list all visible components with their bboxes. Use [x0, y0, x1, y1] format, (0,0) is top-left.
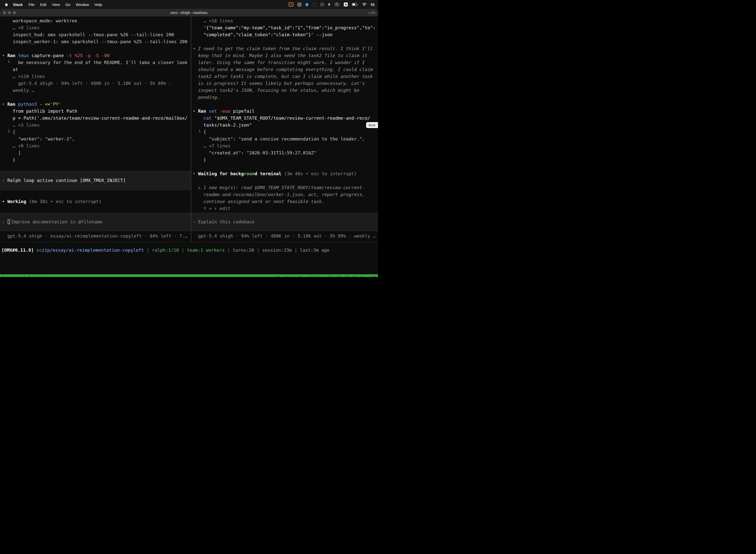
terminal-line: }	[0, 156, 191, 163]
terminal-line	[191, 38, 378, 45]
terminal-line: keep that in mind. Maybe I also need the…	[191, 52, 378, 59]
composer-input-left[interactable]: › Improve documentation in @filename	[0, 213, 191, 231]
terminal-line: later. Using the same for transition mig…	[191, 59, 378, 66]
window-shortcut-badge: ⌥⌘1	[367, 11, 376, 15]
terminal-line: • I need to get the claim token from the…	[191, 45, 378, 52]
terminal-line: ↳ 1 new msg(s): read $OMX_TEAM_STATE_ROO…	[191, 184, 378, 191]
terminal-line: from pathlib import Path	[0, 108, 191, 115]
window-title: omx --xhigh --madmax	[0, 11, 378, 15]
terminal-line: … +3 lines	[0, 122, 191, 128]
terminal-line: • Ran python3 - <<'PY'	[0, 101, 191, 108]
battery-icon[interactable]	[352, 3, 358, 6]
terminal-line: inspect_hud: omx sparkshell --tmux-pane …	[0, 31, 191, 38]
pane-status-line: gpt-5.4 xhigh · 94% left · 488K in · 5.1…	[191, 233, 378, 239]
composer-input-right[interactable]: › Explain this codebase	[191, 213, 378, 231]
figure-eight-icon[interactable]: 8	[328, 3, 330, 6]
terminal-line: '{"team_name":"my-team","task_id":"1","f…	[191, 24, 378, 31]
omx-hud-area: [OMX#0.11.9] cczip/essay/ai-reimplementa…	[0, 247, 378, 274]
terminal-line: task2 after task1 is complete, but can I…	[191, 73, 378, 80]
menu-bar-status-icons: 8 61 A	[289, 2, 376, 6]
apple-menu-icon[interactable]	[4, 2, 9, 7]
terminal-line: tasks/task-2.json"	[191, 122, 378, 128]
ghostty-icon[interactable]	[313, 3, 316, 6]
pane-status-line: gpt-5.4 xhigh · essay/ai-reimplementatio…	[0, 233, 191, 239]
terminal-line: └ {	[0, 128, 191, 135]
text-cursor	[8, 219, 10, 224]
terminal-line	[191, 163, 378, 170]
screen-capture-tooltip: Scre	[366, 122, 378, 128]
menu-item-go[interactable]: Go	[63, 2, 73, 7]
terminal-line: "created_at": "2026-03-31T11:59:27.816Z"	[191, 150, 378, 156]
terminal-line: └ {	[191, 128, 378, 135]
terminal-line: is in progress? It seems likely but perh…	[191, 80, 378, 87]
terminal-window: omx --xhigh --madmax ⌥⌘1 workspace_mode:…	[0, 9, 378, 277]
app-menus: SlackFileEditViewGoWindowHelp	[10, 2, 105, 7]
terminal-line: • Working (6m 38s • esc to interrupt)	[0, 198, 191, 205]
terminal-line: … +9 lines	[0, 24, 191, 31]
terminal-line: at	[0, 66, 191, 73]
tmux-panes: workspace_mode: worktree … +9 lines insp…	[0, 17, 378, 242]
dots-grid-icon[interactable]	[320, 3, 324, 6]
menu-item-view[interactable]: View	[49, 2, 63, 7]
terminal-line: … +9 lines	[0, 143, 191, 150]
terminal-line: workspace_mode: worktree	[0, 17, 191, 24]
omx-status-line: [OMX#0.11.9] cczip/essay/ai-reimplementa…	[0, 247, 378, 254]
terminal-line: … +16 lines	[191, 17, 378, 24]
terminal-pane-right[interactable]: … +16 lines '{"team_name":"my-team","tas…	[191, 17, 378, 242]
terminal-line	[191, 101, 378, 108]
queued-prompt[interactable]: › Ralph loop active continue [OMX_TMUX_I…	[0, 171, 191, 190]
battery-percent-badge[interactable]: 61	[334, 3, 339, 6]
terminal-line: • Ran set -euo pipefail	[191, 108, 378, 115]
menu-item-edit[interactable]: Edit	[37, 2, 49, 7]
terminal-line: … +110 lines	[0, 73, 191, 80]
terminal-line: • Ran tmux capture-pane -t %25 -p -S -80	[0, 52, 191, 59]
wifi-icon[interactable]	[362, 3, 367, 6]
terminal-line: cat "$OMX_TEAM_STATE_ROOT/team/review-cu…	[191, 115, 378, 122]
control-center-icon[interactable]	[371, 3, 375, 6]
terminal-line: continue assigned work or next feasible …	[191, 198, 378, 205]
terminal-line: }	[191, 156, 378, 163]
input-source-icon[interactable]: A	[344, 2, 348, 6]
menu-bar: SlackFileEditViewGoWindowHelp 8 61 A	[0, 0, 378, 9]
terminal-line: └ be necessary for the end of the README…	[0, 59, 191, 66]
terminal-line: … +7 lines	[191, 143, 378, 150]
terminal-line: gpt-5.4 xhigh · 94% left · 488K in · 5.1…	[0, 80, 191, 87]
terminal-line: readme-and-reco/mailbox/worker-1.json, a…	[191, 191, 378, 198]
window-titlebar[interactable]: omx --xhigh --madmax ⌥⌘1	[0, 9, 378, 17]
menu-item-window[interactable]: Window	[73, 2, 92, 7]
terminal-line: pending.	[191, 94, 378, 101]
terminal-pane-left[interactable]: workspace_mode: worktree … +9 lines insp…	[0, 17, 191, 242]
terminal-line: • Waiting for background terminal (3m 46…	[191, 170, 378, 177]
terminal-line: p = Path('.omx/state/team/review-current…	[0, 115, 191, 122]
terminal-line	[0, 45, 191, 52]
tmux-host-clock: "MacBook-Pro-44.local" 05:03 31-Mar-26	[274, 276, 377, 277]
screen-recording-icon[interactable]	[289, 2, 294, 6]
terminal-line: should send a message before completing …	[191, 66, 378, 73]
terminal-line: ]	[0, 150, 191, 156]
desktop: SlackFileEditViewGoWindowHelp 8 61 A	[0, 0, 378, 277]
menu-item-slack[interactable]: Slack	[10, 2, 26, 7]
terminal-line: "subject": "send a concise recommendatio…	[191, 135, 378, 143]
window-manager-icon[interactable]	[298, 3, 301, 6]
menu-item-file[interactable]: File	[26, 2, 37, 7]
tmux-session-label: [omx-cczip0:bash*	[1, 276, 47, 277]
terminal-line: "completed","claim_token":"claim-token"}…	[191, 31, 378, 38]
terminal-line	[191, 177, 378, 184]
menu-item-help[interactable]: Help	[92, 2, 105, 7]
tmux-status-bar: [omx-cczip0:bash* "MacBook-Pro-44.local"…	[0, 274, 378, 277]
terminal-line: ⌥ + ↑ edit	[191, 205, 378, 212]
terminal-line: inspect_worker-1: omx sparkshell --tmux-…	[0, 38, 191, 45]
terminal-line: weekly …	[0, 87, 191, 94]
raycast-icon[interactable]	[306, 3, 308, 6]
terminal-line: inspect task2's JSON, focusing on the st…	[191, 87, 378, 94]
terminal-line: "worker": "worker-1",	[0, 135, 191, 143]
terminal-line	[0, 94, 191, 101]
